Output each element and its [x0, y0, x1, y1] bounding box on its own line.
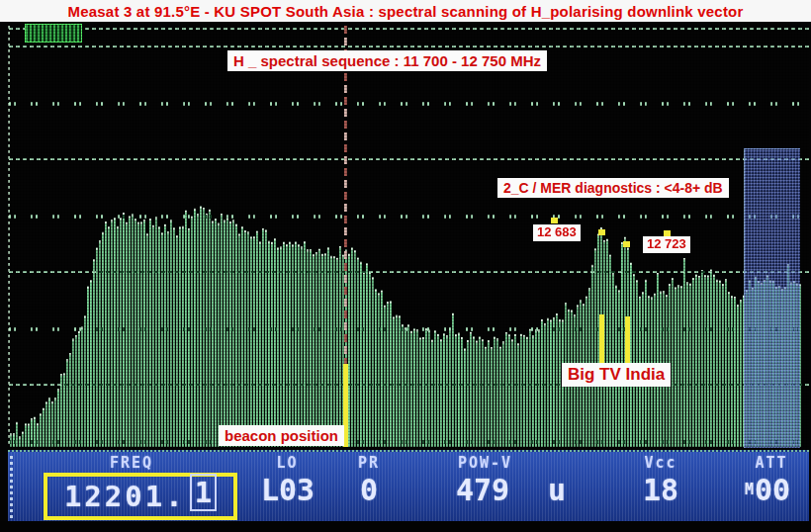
- carrier-marker-line: [625, 316, 630, 367]
- freq-value-box[interactable]: 12201. 1: [44, 473, 237, 520]
- carrier-marker-line: [599, 314, 604, 367]
- att-value: M00: [722, 473, 811, 507]
- peak-marker-square: [551, 218, 558, 223]
- signal-level-indicator: [25, 24, 82, 43]
- freq-cursor-digit: 1: [190, 474, 217, 511]
- pow-field-label: POW-V: [433, 454, 537, 472]
- peak-marker-square: [623, 241, 630, 247]
- readout-bar: FREQ 12201. 1 LO L03 PR 0 POW-V 479 u Vc…: [8, 450, 809, 523]
- pr-field-label: PR: [344, 454, 394, 472]
- big-tv-india-label: Big TV India: [562, 363, 671, 387]
- left-edge-dots: [10, 453, 13, 518]
- bottom-margin: [0, 521, 811, 532]
- mer-diagnostics-label: 2_C / MER diagnostics : <4-8+ dB: [497, 178, 729, 198]
- freq-field-label: FREQ: [67, 454, 196, 472]
- title-bar: Measat 3 at 91.5°E - KU SPOT South Asia …: [0, 0, 811, 22]
- marker-band: [744, 148, 800, 448]
- pow-unit: u: [537, 473, 577, 507]
- page-title: Measat 3 at 91.5°E - KU SPOT South Asia …: [68, 3, 744, 20]
- pr-value: 0: [344, 473, 394, 507]
- spectral-sequence-label: H _ spectral sequence : 11 700 - 12 750 …: [227, 50, 547, 71]
- freq-value: 12201.: [64, 480, 186, 513]
- peak-marker-square: [598, 229, 605, 235]
- satellite-meter-screen: Measat 3 at 91.5°E - KU SPOT South Asia …: [0, 0, 811, 532]
- vcc-value: 18: [619, 473, 702, 507]
- att-mode-prefix: M: [745, 481, 754, 498]
- pow-value: 479: [428, 473, 537, 507]
- freq-marker-label-12683: 12 683: [533, 224, 581, 241]
- freq-marker-label-12723: 12 723: [643, 236, 690, 253]
- lo-field-label: LO: [250, 454, 324, 472]
- att-number: 00: [755, 473, 790, 507]
- vcc-field-label: Vcc: [619, 454, 702, 472]
- lo-value: L03: [243, 473, 332, 507]
- att-field-label: ATT: [730, 454, 811, 472]
- beacon-position-label: beacon position: [219, 425, 344, 446]
